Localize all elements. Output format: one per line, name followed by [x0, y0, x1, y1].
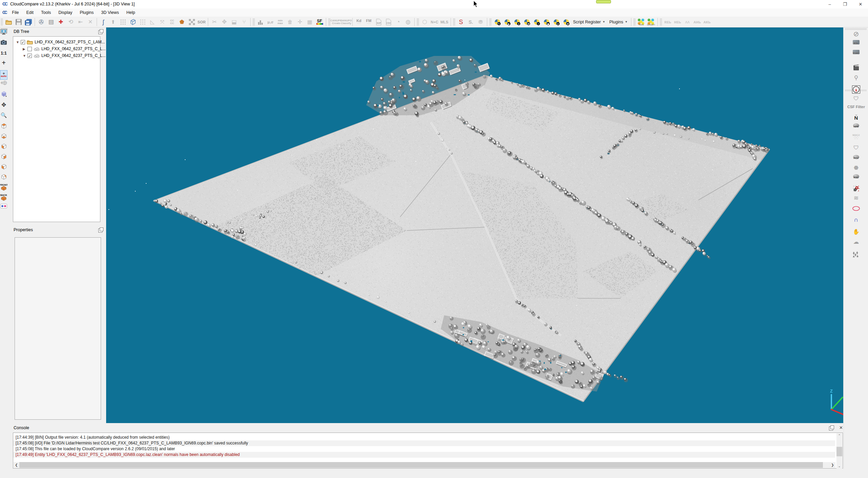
sf-rainbow-button[interactable]: SF — [315, 17, 324, 27]
sf-delete-button[interactable]: 🗑 — [285, 17, 295, 27]
sample-mesh-button[interactable]: ⬟ — [177, 17, 187, 27]
menu-tools[interactable]: Tools — [37, 10, 55, 15]
pin-tool-button[interactable]: ⚲ — [844, 75, 868, 81]
dome-b-button[interactable]: 🛡 — [844, 145, 868, 151]
view-front-button[interactable]: FRONT — [0, 184, 7, 191]
hscroll-thumb[interactable] — [19, 462, 823, 468]
ellipse-tool-button[interactable] — [844, 206, 868, 213]
translate-button[interactable]: ✥ — [219, 17, 229, 27]
ransac-heb-button[interactable]: ʜᴇь — [673, 17, 683, 27]
properties-list-button[interactable]: ▤ — [46, 17, 56, 27]
ransac-ahb-button[interactable]: ᴀʜь — [692, 17, 702, 27]
3d-view[interactable] — [106, 27, 843, 423]
dome-a-button[interactable]: 🛡 — [844, 96, 868, 102]
script-register-dropdown[interactable]: Script Register▼ — [571, 20, 607, 24]
spline-button[interactable]: S — [456, 17, 466, 27]
menu-plugins[interactable]: Plugins — [76, 10, 97, 15]
save-button[interactable] — [14, 17, 23, 27]
segment-c-button[interactable]: ⤧ — [157, 17, 167, 27]
scroll-down-icon[interactable]: ⌄ — [836, 464, 842, 469]
view-back-button[interactable]: BACK — [0, 194, 7, 201]
menu-display[interactable]: Display — [55, 10, 76, 15]
normals-compute-button[interactable]: N+C — [430, 17, 439, 27]
db-tree-float-icon[interactable] — [98, 30, 102, 34]
rsd-button[interactable]: RSD — [844, 174, 868, 179]
zoom-1-1-button[interactable]: 1:1 — [0, 50, 7, 56]
minimize-button[interactable]: – — [822, 0, 837, 8]
normals-button[interactable]: ⬆ — [108, 17, 118, 27]
pick-fork-button[interactable]: ⑂ — [239, 17, 249, 27]
segment-a-button[interactable] — [138, 17, 147, 27]
calculator-button[interactable]: ▦ — [305, 17, 315, 27]
expand-arrow-icon[interactable]: ▼ — [23, 54, 27, 58]
gaussian-button[interactable]: μ,σ — [265, 17, 275, 27]
cylinder-button[interactable]: ⛃ — [476, 17, 486, 27]
csf-filter-button[interactable]: CSF Filter — [844, 103, 868, 109]
scroll-left-icon[interactable]: ❮ — [14, 462, 19, 468]
export-button[interactable]: ⇤ — [76, 17, 85, 27]
masc-classify-button[interactable]: CLASSIFY — [646, 17, 656, 27]
view-bottom-button[interactable] — [0, 133, 7, 141]
perspective-cube-button[interactable] — [0, 91, 7, 99]
edl-shader-button[interactable]: EDL — [844, 40, 868, 44]
magnet-tool-button[interactable]: ∩ — [844, 217, 868, 223]
visibility-checkbox[interactable] — [27, 47, 32, 51]
pick-center-button[interactable]: + — [0, 59, 7, 66]
compass-plugin-button[interactable] — [844, 85, 868, 95]
menu-help[interactable]: Help — [123, 10, 139, 15]
checker-button[interactable] — [187, 17, 197, 27]
console-close-icon[interactable]: ✕ — [839, 425, 843, 430]
screenshot-button[interactable] — [0, 40, 7, 46]
mesh-cube-button[interactable] — [128, 17, 138, 27]
console-hscrollbar[interactable]: ❮❯ — [14, 462, 835, 468]
zoom-magnifier-button[interactable]: 🔍 — [0, 112, 7, 118]
m3c2-button[interactable]: M3C2⁛⁛ — [844, 134, 868, 139]
scroll-right-icon[interactable]: ❯ — [830, 462, 835, 468]
histogram-button[interactable] — [256, 17, 265, 27]
normal-n-button[interactable]: →N — [844, 113, 868, 120]
canupo-create-button[interactable]: CANUPOCreate — [331, 17, 341, 27]
menu-3d-views[interactable]: 3D Views — [97, 10, 123, 15]
visibility-checkbox[interactable]: ✓ — [21, 40, 25, 44]
spline-fit-button[interactable]: S. — [466, 17, 476, 27]
forest-tool-button[interactable] — [844, 250, 868, 259]
save-all-button[interactable] — [23, 17, 33, 27]
shp-export-button[interactable]: SHP — [374, 17, 383, 27]
properties-float-icon[interactable] — [98, 228, 102, 233]
display-settings-button[interactable] — [0, 29, 7, 36]
python-doc-button[interactable]: ▤ — [522, 17, 532, 27]
close-button[interactable]: ✕ — [853, 0, 868, 8]
tree-item[interactable]: ▼✓LHD_FXX_0642_6237_PTS_C_L... — [23, 52, 105, 59]
view-top-button[interactable] — [0, 123, 7, 131]
plugins-dropdown[interactable]: Plugins▼ — [607, 20, 630, 24]
python-run-button[interactable]: ▶ — [502, 17, 512, 27]
hpr-button[interactable]: HPR — [844, 123, 868, 128]
hand-tool-button[interactable]: ✋ — [844, 229, 868, 235]
menu-edit[interactable]: Edit — [23, 10, 38, 15]
console-vscrollbar[interactable]: ⌃⌄ — [836, 433, 842, 469]
globe-button[interactable]: ◍ — [403, 17, 413, 27]
sor-label-button[interactable]: SOR — [197, 17, 206, 27]
tree-item[interactable]: ▼✓LHD_FXX_0642_6237_PTS_C_LAM... — [16, 39, 105, 45]
point-picking-button[interactable]: ✚ — [56, 17, 66, 27]
visibility-checkbox[interactable]: ✓ — [27, 54, 32, 58]
layers-button[interactable]: ≋ — [844, 195, 868, 201]
cc-compare-button[interactable]: CCCC — [167, 17, 177, 27]
blob-button[interactable]: ⬣ — [844, 165, 868, 171]
animation-button[interactable]: 🎬 — [844, 64, 868, 71]
vscroll-thumb[interactable] — [836, 447, 842, 456]
view-left-button[interactable] — [0, 143, 7, 151]
csv-export-button[interactable]: CSV — [383, 17, 393, 27]
auto-pick-center-button[interactable]: +auto — [0, 70, 7, 80]
clone-button[interactable]: ⟲ — [66, 17, 76, 27]
collapse-arrow-icon[interactable]: ▶ — [23, 47, 27, 51]
clip-box-button[interactable]: ⬓ — [229, 17, 239, 27]
ransac-ghost-button[interactable]: ᴧʌ — [683, 17, 692, 27]
stereo-button[interactable] — [0, 203, 7, 210]
maximize-button[interactable]: ❐ — [837, 0, 852, 8]
python-repl-button[interactable]: » — [532, 17, 541, 27]
delete-button[interactable]: ✕ — [85, 17, 95, 27]
ransac-akb-button[interactable]: ᴀᴋь — [702, 17, 712, 27]
scissors-button[interactable]: ✂ — [210, 17, 219, 27]
sf-add-button[interactable]: ✛ — [295, 17, 305, 27]
